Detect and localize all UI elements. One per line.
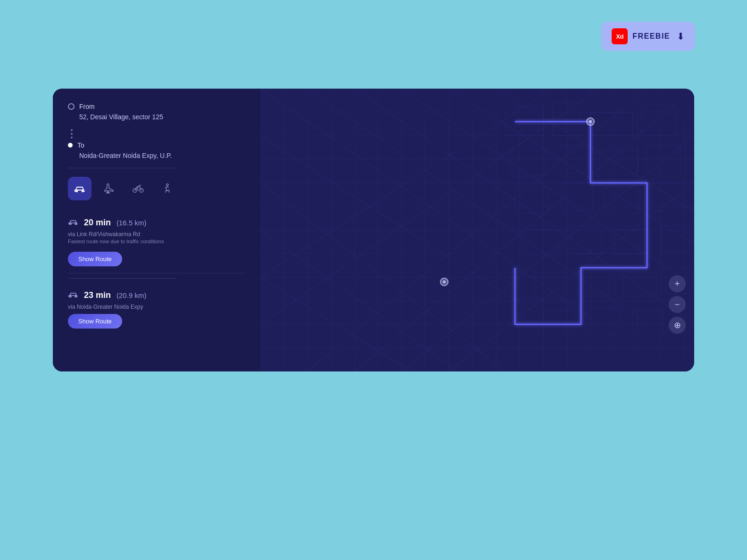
download-icon: ⬇ (677, 31, 685, 42)
connector-dot-3 (71, 137, 73, 139)
to-label-row: To (68, 141, 245, 149)
svg-point-76 (443, 280, 446, 283)
svg-point-74 (589, 120, 592, 123)
divider-2 (68, 278, 176, 279)
route-1-header: 20 min (16.5 km) (68, 217, 245, 228)
route-1-time: 20 min (84, 218, 111, 228)
to-section: To Noida-Greater Noida Expy, U.P. (68, 141, 245, 159)
zoom-in-button[interactable]: + (669, 275, 686, 292)
route-2-via: via Noida-Greater Noida Expy (68, 304, 245, 310)
route-2-dist: (20.9 km) (116, 291, 146, 299)
to-label: To (77, 141, 84, 149)
route-1-car-icon (68, 217, 78, 228)
map-controls: + − ⊕ (669, 275, 686, 334)
route-option-2: 23 min (20.9 km) via Noida-Greater Noida… (68, 283, 245, 335)
route-1-via: via Link Rd/Vishwakarma Rd (68, 231, 245, 238)
route-2-header: 23 min (20.9 km) (68, 290, 245, 301)
connector-dot-2 (71, 133, 73, 135)
map-card: From 52, Desai Village, sector 125 To No… (53, 89, 694, 371)
route-1-note: Fastest route now due to traffic conditi… (68, 239, 245, 244)
route-1-dist: (16.5 km) (116, 219, 146, 227)
route-2-time: 23 min (84, 290, 111, 300)
mode-car-button[interactable] (68, 177, 91, 200)
show-route-1-button[interactable]: Show Route (68, 252, 122, 266)
route-2-car-icon (68, 290, 78, 301)
zoom-out-button[interactable]: − (669, 296, 686, 313)
xd-icon: Xd (612, 28, 628, 44)
car-mode-icon (74, 183, 86, 194)
connector-dot-1 (71, 129, 73, 131)
show-route-2-button[interactable]: Show Route (68, 314, 122, 329)
walk-mode-icon (162, 183, 173, 194)
to-dot-icon (68, 143, 73, 148)
bike-mode-icon (132, 183, 144, 194)
flight-mode-icon (103, 183, 115, 194)
route-option-1: 20 min (16.5 km) via Link Rd/Vishwakarma… (68, 211, 245, 273)
divider-1 (68, 168, 176, 168)
locate-button[interactable]: ⊕ (669, 317, 686, 334)
freebie-badge[interactable]: Xd FREEBIE ⬇ (601, 22, 695, 51)
transport-modes (68, 177, 245, 200)
to-address: Noida-Greater Noida Expy, U.P. (68, 152, 245, 159)
mode-bike-button[interactable] (126, 177, 150, 200)
svg-point-2 (166, 184, 168, 186)
map-area: + − ⊕ (260, 89, 694, 371)
from-circle-icon (68, 103, 75, 110)
freebie-label: FREEBIE (632, 32, 670, 41)
from-label-row: From (68, 103, 245, 110)
route-connector (68, 129, 245, 139)
mode-flight-button[interactable] (97, 177, 121, 200)
map-svg (260, 89, 694, 371)
from-section: From 52, Desai Village, sector 125 (68, 103, 245, 121)
from-label: From (79, 103, 95, 110)
from-address: 52, Desai Village, sector 125 (68, 113, 245, 121)
mode-walk-button[interactable] (156, 177, 179, 200)
sidebar: From 52, Desai Village, sector 125 To No… (53, 89, 260, 371)
